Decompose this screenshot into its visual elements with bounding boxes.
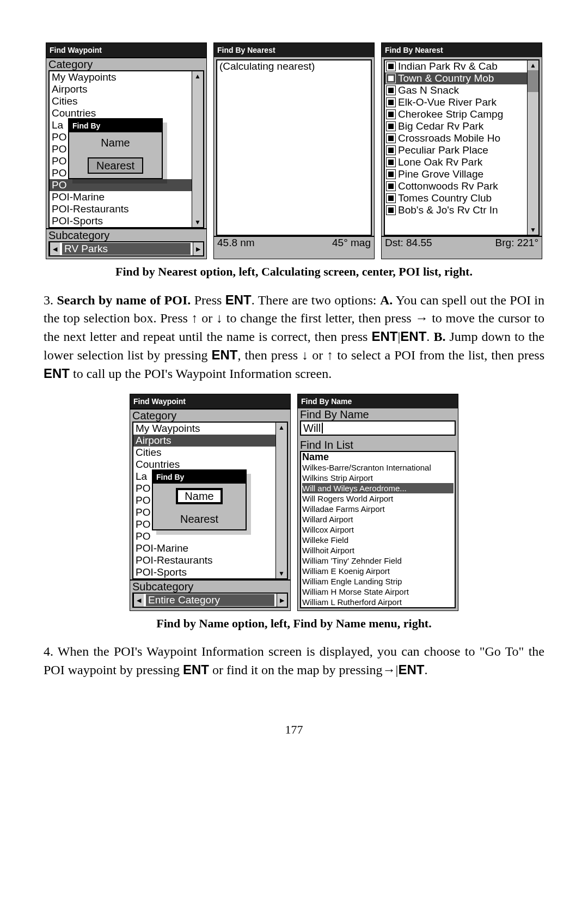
name-item[interactable]: William Engle Landing Strip [302,576,454,587]
poi-icon [386,86,396,95]
list-item[interactable]: PO [133,530,287,542]
scroll-down-icon[interactable]: ▼ [276,569,287,578]
subcategory-select[interactable]: ◀ Entire Category ▶ [132,593,288,608]
name-item[interactable]: William 'Tiny' Zehnder Field [302,555,454,566]
scroll-up-icon[interactable]: ▲ [276,423,287,432]
status-bar: 45.8 nm 45° mag [214,236,374,249]
step-3-paragraph: 3. Search by name of POI. Press ENT. The… [44,291,544,383]
bearing-value: 45° mag [332,237,371,249]
poi-item[interactable]: Elk-O-Vue River Park [385,96,528,108]
list-item[interactable]: Airports [133,435,287,447]
name-item[interactable]: Willhoit Airport [302,545,454,555]
name-item[interactable]: Willcox Airport [302,524,454,535]
popup-title: Find By [69,119,162,132]
figure1-row: Find Waypoint Category My Waypoints Airp… [44,42,544,259]
list-item[interactable]: PO [50,179,203,191]
status-bar: Dst: 84.55 Brg: 221° [382,236,542,249]
name-item[interactable]: Willeke Field [302,535,454,545]
name-item[interactable]: Will Rogers World Airport [302,493,454,504]
subcategory-label: Subcategory [46,228,206,241]
find-by-nearest-calc-panel: Find By Nearest (Calculating nearest) 45… [213,42,375,259]
poi-icon [386,133,396,143]
poi-icon [386,169,396,179]
poi-icon [386,193,396,203]
poi-icon [386,157,396,167]
scroll-down-icon[interactable]: ▼ [192,217,203,227]
popup-title: Find By [153,471,246,484]
list-item[interactable]: POI-Sports [133,566,287,578]
scroll-down-icon[interactable]: ▼ [528,225,538,235]
scroll-up-icon[interactable]: ▲ [192,71,203,81]
right-arrow-icon[interactable]: ▶ [277,594,287,607]
scroll-thumb[interactable] [528,70,538,92]
name-input[interactable]: Will [300,420,456,436]
list-item[interactable]: Cities [50,95,203,107]
calculating-text: (Calculating nearest) [217,60,371,72]
poi-icon [386,205,396,215]
right-arrow-icon[interactable]: ▶ [193,242,203,255]
left-arrow-icon[interactable]: ◀ [133,594,144,607]
name-item[interactable]: Wilkes-Barre/Scranton International [302,462,454,473]
list-item[interactable]: My Waypoints [133,423,287,435]
scrollbar[interactable]: ▲ ▼ [527,60,538,235]
subcategory-value: Entire Category [146,594,274,606]
category-label: Category [130,408,290,422]
list-item[interactable]: Countries [133,459,287,471]
subcategory-label: Subcategory [130,579,290,593]
poi-item[interactable]: Indian Park Rv & Cab [385,60,528,72]
window-title: Find Waypoint [46,43,206,57]
poi-item[interactable]: Bob's & Jo's Rv Ctr In [385,204,528,216]
poi-item[interactable]: Tomes Country Club [385,192,528,204]
name-option[interactable]: Name [69,132,162,153]
name-item[interactable]: Will and Wileys Aerodrome... [302,483,454,493]
poi-item[interactable]: Lone Oak Rv Park [385,156,528,168]
poi-icon [386,97,396,107]
poi-result-list[interactable]: Indian Park Rv & Cab Town & Country Mob … [384,59,540,236]
scrollbar[interactable]: ▲ ▼ [275,423,287,578]
name-result-list[interactable]: Name Wilkes-Barre/Scranton International… [300,451,456,608]
category-list[interactable]: My Waypoints Airports Cities Countries L… [48,70,204,228]
poi-icon [386,145,396,155]
bearing-value: Brg: 221° [495,237,538,249]
category-list[interactable]: My Waypoints Airports Cities Countries L… [132,422,288,579]
list-item[interactable]: Cities [133,447,287,459]
name-item[interactable]: Willadae Farms Airport [302,504,454,514]
poi-item[interactable]: Peculiar Park Place [385,144,528,156]
scroll-up-icon[interactable]: ▲ [528,60,538,70]
category-label: Category [46,57,206,70]
list-item[interactable]: Airports [50,83,203,95]
poi-item[interactable]: Cherokee Strip Campg [385,108,528,120]
poi-item[interactable]: Big Cedar Rv Park [385,120,528,132]
poi-item[interactable]: Pine Grove Village [385,168,528,180]
poi-item[interactable]: Gas N Snack [385,84,528,96]
nearest-option[interactable]: Nearest [69,153,162,178]
nearest-option[interactable]: Nearest [153,509,246,529]
poi-item[interactable]: Town & Country Mob [385,72,528,84]
find-by-popup: Find By Name Nearest [152,469,247,530]
name-item[interactable]: William L Rutherford Airport [302,597,454,607]
page-number: 177 [44,723,544,737]
name-option[interactable]: Name [153,484,246,509]
left-arrow-icon[interactable]: ◀ [50,242,60,255]
poi-item[interactable]: Cottonwoods Rv Park [385,180,528,192]
name-item[interactable]: William H Morse State Airport [302,587,454,597]
list-item[interactable]: POI-Restaurants [133,554,287,566]
name-item[interactable]: Willard Airport [302,514,454,524]
list-item[interactable]: Countries [50,107,203,119]
name-item[interactable]: Wilkins Strip Airport [302,473,454,483]
calc-box: (Calculating nearest) [216,59,372,236]
window-title: Find By Name [298,394,458,408]
list-item[interactable]: My Waypoints [50,71,203,83]
poi-item[interactable]: Crossroads Mobile Ho [385,132,528,144]
text-cursor-icon [322,423,323,433]
figure2-row: Find Waypoint Category My Waypoints Airp… [44,394,544,611]
scrollbar[interactable]: ▲ ▼ [192,71,203,227]
find-by-name-label: Find By Name [298,408,458,420]
list-item[interactable]: POI-Marine [133,542,287,554]
poi-icon [386,109,396,119]
list-item[interactable]: POI-Restaurants [50,203,203,215]
name-item[interactable]: William E Koenig Airport [302,566,454,576]
list-item[interactable]: POI-Sports [50,215,203,227]
subcategory-select[interactable]: ◀ RV Parks ▶ [48,241,204,257]
list-item[interactable]: POI-Marine [50,191,203,203]
